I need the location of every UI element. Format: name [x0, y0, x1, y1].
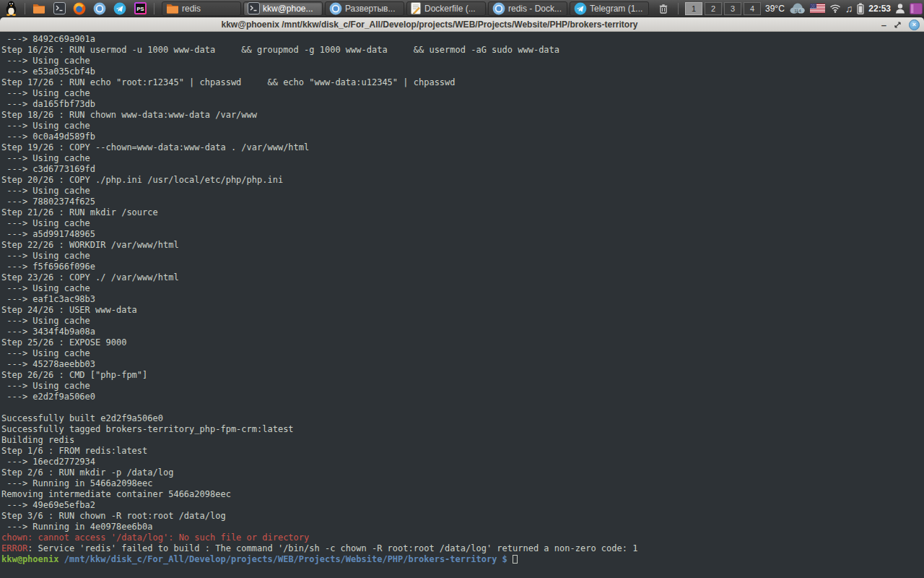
telegram-launcher[interactable] — [112, 1, 128, 17]
battery-icon[interactable] — [857, 3, 864, 14]
terminal-line: ---> Using cache — [1, 121, 923, 131]
terminal-line: ---> Running in 4e0978ee6b0a — [1, 522, 923, 532]
clock[interactable]: 22:53 — [868, 4, 891, 14]
workspace-4[interactable]: 4 — [744, 2, 761, 15]
terminal-line: ---> Using cache — [1, 348, 923, 359]
window-controls: – × — [881, 17, 920, 32]
terminal-line: ---> 16ecd2772934 — [1, 457, 923, 467]
taskbar-item[interactable]: kkw@phoe... — [243, 1, 323, 16]
text-editor-icon — [411, 2, 422, 14]
trash-icon — [658, 3, 669, 14]
terminal-icon — [248, 2, 260, 14]
weather-cloud-icon[interactable]: 114 — [789, 2, 806, 14]
phpstorm-launcher[interactable]: PS — [132, 1, 148, 17]
taskbar-item[interactable]: Dockerfile (... — [406, 1, 486, 16]
trash-applet[interactable] — [655, 1, 671, 17]
workspace-1[interactable]: 1 — [685, 2, 702, 15]
panel-right-cluster: 1234 39°C 114 ♫ 22:53 — [655, 1, 923, 17]
folder-icon — [166, 3, 179, 14]
chromium-icon — [492, 2, 505, 15]
taskbar-item-label: Dockerfile (... — [424, 4, 476, 14]
tux-linux-menu-icon — [5, 1, 17, 16]
terminal-line: Step 3/6 : RUN chown -R root:root /data/… — [1, 511, 923, 522]
workspace-2[interactable]: 2 — [705, 2, 722, 15]
terminal-line: Step 22/26 : WORKDIR /var/www/html — [1, 240, 923, 251]
restore-button[interactable] — [894, 21, 902, 29]
terminal-line: Step 1/6 : FROM redis:latest — [1, 446, 923, 457]
terminal-line: Step 17/26 : RUN echo "root:r12345" | ch… — [1, 77, 923, 88]
terminal-line: ERROR: Service 'redis' failed to build :… — [1, 543, 923, 554]
weather-temperature[interactable]: 39°C — [765, 4, 785, 14]
minimize-button[interactable]: – — [881, 20, 886, 30]
taskbar-item-label: Telegram (1... — [590, 4, 642, 14]
music-note-icon[interactable]: ♫ — [845, 4, 853, 14]
terminal-line: Removing intermediate container 5466a209… — [1, 489, 923, 500]
terminal-line: ---> da165fbf73db — [1, 99, 923, 110]
close-icon: × — [912, 22, 916, 28]
terminal-line: ---> e2d2f9a506e0 — [1, 392, 923, 402]
terminal-line: Step 21/26 : RUN mkdir /source — [1, 207, 923, 218]
terminal-cursor — [513, 555, 518, 564]
telegram-icon — [574, 2, 587, 15]
terminal-line: ---> eaf1c3ac98b3 — [1, 294, 923, 305]
desktop: PS redis kkw@phoe... Развертыв... Docker… — [0, 0, 924, 17]
file-manager-launcher[interactable] — [31, 1, 47, 17]
terminal-line: Step 20/26 : COPY ./php.ini /usr/local/e… — [1, 175, 923, 186]
panel-separator — [678, 3, 679, 14]
taskbar-item[interactable]: Развертыв... — [325, 1, 404, 16]
top-panel: PS redis kkw@phoe... Развертыв... Docker… — [0, 0, 924, 17]
wifi-icon[interactable] — [829, 4, 841, 13]
terminal-line: ---> Using cache — [1, 251, 923, 262]
terminal-line: ---> 78802374f625 — [1, 197, 923, 207]
launcher-bar: PS — [30, 1, 149, 17]
titlebar[interactable]: kkw@phoenix /mnt/kkw/disk_c/For_All/Deve… — [0, 17, 924, 32]
terminal-line: ---> 3434f4b9a08a — [1, 327, 923, 337]
terminal-line: Step 26/26 : CMD ["php-fpm"] — [1, 370, 923, 381]
terminal-window: kkw@phoenix /mnt/kkw/disk_c/For_All/Deve… — [0, 17, 924, 578]
terminal-line: ---> Using cache — [1, 153, 923, 164]
window-list: redis kkw@phoe... Развертыв... Dockerfil… — [162, 1, 649, 16]
terminal-line: Step 23/26 : COPY ./ /var/www/html — [1, 272, 923, 283]
terminal-output[interactable]: ---> 8492c69a901aStep 16/26 : RUN usermo… — [0, 32, 924, 578]
terminal-line: Successfully built e2d2f9a506e0 — [1, 413, 923, 424]
panel-separator — [25, 3, 25, 14]
firefox-icon — [73, 2, 86, 15]
taskbar-item-label: redis - Dock... — [508, 4, 562, 14]
terminal-line: ---> 45278aeebb03 — [1, 359, 923, 370]
panel-separator — [154, 3, 154, 14]
terminal-line: ---> 49e69e5efba2 — [1, 500, 923, 511]
firefox-launcher[interactable] — [71, 1, 87, 17]
terminal-line: ---> 8492c69a901a — [1, 34, 923, 45]
terminal-line: ---> Using cache — [1, 56, 923, 66]
terminal-line: Step 2/6 : RUN mkdir -p /data/log — [1, 467, 923, 478]
close-button[interactable]: × — [909, 20, 920, 30]
keyboard-layout-us-flag-icon[interactable] — [810, 4, 825, 13]
terminal-line: ---> c3d6773169fd — [1, 164, 923, 175]
main-menu-button[interactable] — [1, 1, 20, 17]
taskbar-item[interactable]: Telegram (1... — [570, 1, 649, 16]
terminal-line: Step 19/26 : COPY --chown=www-data:www-d… — [1, 142, 923, 153]
show-desktop-icon[interactable] — [910, 3, 923, 14]
chromium-launcher[interactable] — [92, 1, 108, 17]
terminal-line: Step 18/26 : RUN chown www-data:www-data… — [1, 110, 923, 121]
svg-text:PS: PS — [136, 6, 144, 12]
user-status-icon[interactable] — [895, 3, 905, 14]
terminal-line: ---> Running in 5466a2098eec — [1, 478, 923, 489]
workspace-3[interactable]: 3 — [724, 2, 741, 15]
terminal-line: kkw@phoenix /mnt/kkw/disk_c/For_All/Deve… — [1, 554, 923, 565]
terminal-line — [1, 402, 923, 413]
terminal-launcher[interactable] — [51, 1, 67, 17]
terminal-line: ---> f5f6966f096e — [1, 262, 923, 272]
terminal-line: ---> 0c0a49d589fb — [1, 131, 923, 142]
terminal-line: ---> Using cache — [1, 186, 923, 197]
terminal-line: Step 24/26 : USER www-data — [1, 305, 923, 316]
terminal-line: ---> Using cache — [1, 381, 923, 392]
taskbar-item-label: redis — [182, 4, 201, 14]
taskbar-item[interactable]: redis — [162, 1, 241, 16]
taskbar-item-label: kkw@phoe... — [263, 4, 313, 14]
terminal-line: ---> Using cache — [1, 88, 923, 99]
window-title: kkw@phoenix /mnt/kkw/disk_c/For_All/Deve… — [0, 20, 859, 30]
telegram-icon — [113, 2, 126, 15]
terminal-line: ---> e53a035cbf4b — [1, 66, 923, 77]
taskbar-item[interactable]: redis - Dock... — [488, 1, 567, 16]
